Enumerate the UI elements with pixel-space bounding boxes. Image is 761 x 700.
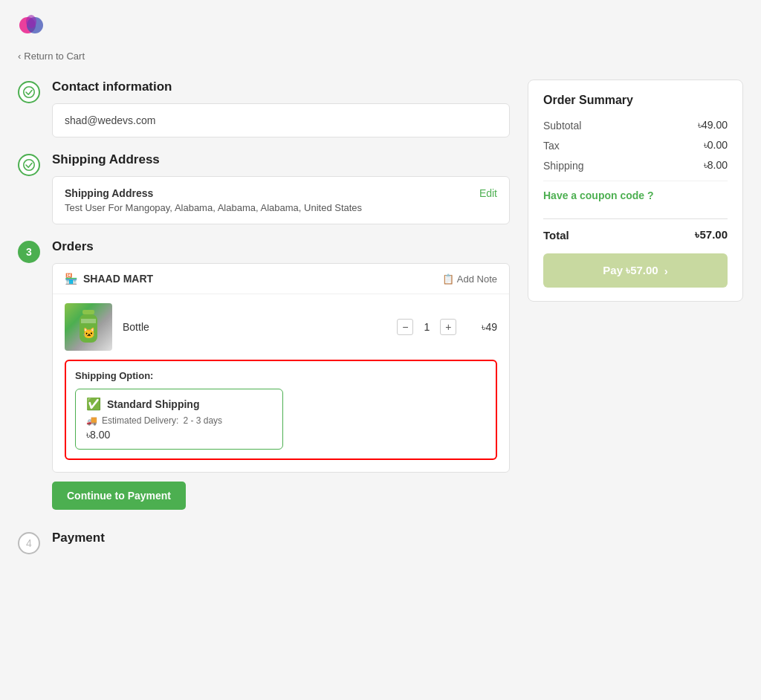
store-name: 🏪 SHAAD MART: [65, 273, 153, 285]
tax-value: ৳0.00: [704, 139, 728, 152]
subtotal-value: ৳49.00: [698, 119, 728, 132]
coupon-row: Have a coupon code ?: [543, 181, 728, 210]
orders-step-indicator: 3: [18, 241, 40, 263]
total-row: Total ৳57.00: [543, 218, 728, 242]
pay-button[interactable]: Pay ৳57.00 ›: [543, 253, 728, 288]
shipping-option-name: ✅ Standard Shipping: [86, 397, 272, 411]
contact-section: Contact information shad@wedevs.com: [18, 80, 510, 137]
shipping-option-label: Shipping Option:: [75, 370, 487, 381]
shipping-option-wrapper: Shipping Option: ✅ Standard Shipping 🚚 E…: [65, 360, 497, 460]
subtotal-label: Subtotal: [543, 120, 581, 132]
product-name: Bottle: [123, 321, 386, 333]
product-image: 🐱: [65, 303, 112, 351]
shipping-summary-value: ৳8.00: [704, 159, 728, 172]
store-icon: 🏪: [65, 273, 77, 285]
svg-rect-5: [82, 310, 94, 314]
quantity-decrease-button[interactable]: −: [397, 319, 413, 335]
return-to-cart-link[interactable]: ‹ Return to Cart: [18, 51, 743, 62]
add-note-button[interactable]: 📋 Add Note: [442, 273, 497, 285]
tax-label: Tax: [543, 140, 560, 152]
shipping-summary-row: Shipping ৳8.00: [543, 159, 728, 172]
svg-point-4: [24, 160, 34, 170]
order-summary-panel: Order Summary Subtotal ৳49.00 Tax ৳0.00 …: [528, 80, 743, 302]
product-price: ৳49: [482, 321, 497, 334]
edit-shipping-link[interactable]: Edit: [479, 187, 497, 199]
shipping-check-icon: ✅: [86, 397, 101, 411]
product-row: 🐱 Bottle − 1 + ৳49: [53, 294, 509, 360]
pay-button-label: Pay ৳57.00: [603, 264, 658, 277]
contact-step-indicator: [18, 81, 40, 103]
order-summary-title: Order Summary: [543, 94, 728, 107]
total-value: ৳57.00: [695, 228, 728, 242]
shipping-title: Shipping Address: [52, 152, 510, 167]
quantity-value: 1: [421, 321, 433, 333]
shipping-option-price: ৳8.00: [86, 429, 272, 441]
contact-email: shad@wedevs.com: [65, 114, 497, 126]
orders-card: 🏪 SHAAD MART 📋 Add Note: [52, 263, 510, 473]
continue-to-payment-button[interactable]: Continue to Payment: [52, 482, 186, 510]
svg-text:🐱: 🐱: [82, 327, 96, 340]
svg-rect-7: [81, 319, 96, 323]
shipping-address-value: Test User For Mangopay, Alabama, Alabama…: [65, 202, 362, 213]
shipping-option-card[interactable]: ✅ Standard Shipping 🚚 Estimated Delivery…: [75, 389, 283, 450]
shipping-address-section: Shipping Address Shipping Address Test U…: [18, 152, 510, 224]
orders-title: Orders: [52, 239, 510, 254]
total-label: Total: [543, 229, 569, 242]
chevron-left-icon: ‹: [18, 51, 21, 62]
coupon-link[interactable]: Have a coupon code ?: [543, 189, 654, 201]
truck-icon: 🚚: [86, 415, 97, 426]
payment-section: 4 Payment: [18, 531, 510, 554]
shipping-delivery: 🚚 Estimated Delivery: 2 - 3 days: [86, 415, 272, 426]
store-header: 🏪 SHAAD MART 📋 Add Note: [53, 264, 509, 294]
chevron-right-icon: ›: [664, 265, 668, 277]
subtotal-row: Subtotal ৳49.00: [543, 119, 728, 132]
svg-point-3: [24, 87, 34, 97]
shipping-step-indicator: [18, 154, 40, 176]
payment-title: Payment: [52, 531, 510, 545]
quantity-control: − 1 +: [397, 319, 456, 335]
tax-row: Tax ৳0.00: [543, 139, 728, 152]
quantity-increase-button[interactable]: +: [440, 319, 456, 335]
shipping-summary-label: Shipping: [543, 160, 584, 172]
payment-step-indicator: 4: [18, 532, 40, 554]
order-summary-card: Order Summary Subtotal ৳49.00 Tax ৳0.00 …: [528, 80, 743, 302]
shipping-address-label: Shipping Address: [65, 187, 362, 199]
orders-section: 3 Orders 🏪 SHAAD MART 📋: [18, 239, 510, 510]
note-icon: 📋: [442, 273, 454, 285]
svg-point-2: [26, 15, 36, 28]
logo: [18, 12, 45, 39]
return-to-cart-label: Return to Cart: [24, 51, 85, 62]
shipping-address-card: Shipping Address Test User For Mangopay,…: [52, 176, 510, 224]
contact-title: Contact information: [52, 80, 510, 94]
